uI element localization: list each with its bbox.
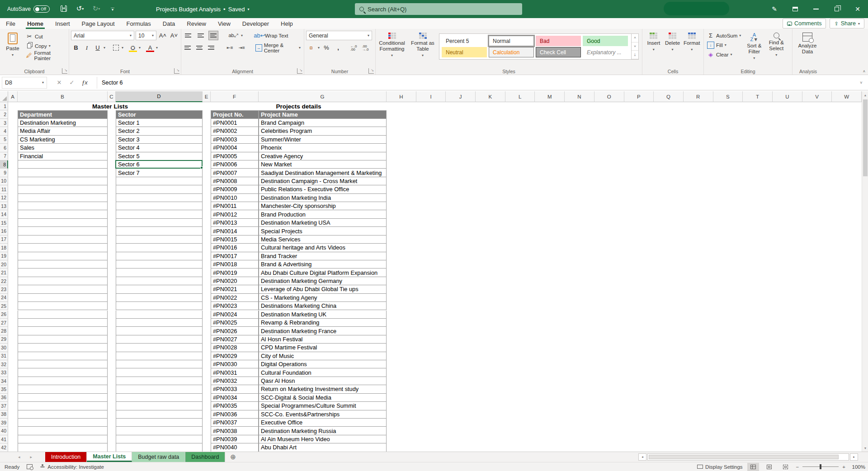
scroll-down-icon[interactable]: ▼	[862, 444, 868, 452]
cell-G9[interactable]: Saadiyat Destination Management & Market…	[259, 169, 387, 177]
row-header-20[interactable]: 20	[0, 260, 8, 268]
search-input[interactable]: Search (Alt+Q)	[355, 3, 522, 15]
cell-F28[interactable]: #PN0026	[211, 327, 259, 335]
cell-B16[interactable]	[18, 227, 108, 235]
cell-F10[interactable]: #PN0008	[211, 177, 259, 185]
cell-B10[interactable]	[18, 177, 108, 185]
cell-B23[interactable]	[18, 285, 108, 293]
cell-B29[interactable]	[18, 335, 108, 344]
cell-G40[interactable]: Destination Marketing Russia	[259, 427, 387, 435]
column-header-I[interactable]: I	[416, 91, 446, 102]
cell-B3[interactable]: Destination Marketing	[18, 119, 108, 127]
cell-G29[interactable]: Al Hosn Festival	[259, 335, 387, 344]
cell-B35[interactable]	[18, 385, 108, 393]
menu-tab-insert[interactable]: Insert	[49, 18, 76, 29]
row-header-11[interactable]: 11	[0, 185, 8, 193]
cell-D15[interactable]	[116, 219, 203, 227]
user-account-badge[interactable]	[664, 2, 729, 15]
cell-D16[interactable]	[116, 227, 203, 235]
paste-button[interactable]: Paste▾	[2, 31, 24, 66]
cell-B21[interactable]	[18, 268, 108, 277]
cell-D23[interactable]	[116, 285, 203, 293]
cell-B5[interactable]: CS Marketing	[18, 136, 108, 144]
row-header-31[interactable]: 31	[0, 352, 8, 360]
name-box[interactable]: D8▾	[2, 77, 47, 89]
cell-G5[interactable]: Summer/Winter	[259, 136, 387, 144]
cell-B32[interactable]	[18, 360, 108, 368]
autosave-toggle[interactable]: AutoSave Off	[7, 4, 50, 14]
cell-B9[interactable]	[18, 169, 108, 177]
percent-style-button[interactable]: %	[321, 43, 331, 52]
zoom-in-button[interactable]: +	[842, 464, 845, 470]
cell-D42[interactable]	[116, 443, 203, 452]
cell-G25[interactable]: Destinations Marketing China	[259, 302, 387, 310]
expand-formula-bar-button[interactable]: ˅	[854, 80, 868, 85]
cell-F7[interactable]: #PN0005	[211, 152, 259, 160]
cell-F33[interactable]: #PN0031	[211, 368, 259, 377]
cell-G35[interactable]: Return on Marketing Investment study	[259, 385, 387, 393]
column-header-W[interactable]: W	[832, 91, 862, 102]
cell-G42[interactable]: Abu Dhabi Art	[259, 443, 387, 452]
column-header-M[interactable]: M	[535, 91, 565, 102]
next-sheet-button[interactable]: ▸	[30, 455, 33, 459]
cell-F39[interactable]: #PN0037	[211, 419, 259, 427]
cell-B7[interactable]: Financial	[18, 152, 108, 160]
cell-G11[interactable]: Public Relations - Executive Office	[259, 185, 387, 193]
column-header-A[interactable]: A	[8, 91, 18, 102]
cell-G28[interactable]: Destination Marketing France	[259, 327, 387, 335]
font-dialog-launcher[interactable]: ↘	[174, 68, 179, 74]
cell-F30[interactable]: #PN0028	[211, 344, 259, 352]
cell-G30[interactable]: CPD Martime Festival	[259, 344, 387, 352]
column-header-T[interactable]: T	[743, 91, 773, 102]
cell-G14[interactable]: Brand Production	[259, 210, 387, 218]
scroll-up-icon[interactable]: ▲	[862, 91, 868, 99]
cell-F22[interactable]: #PN0020	[211, 277, 259, 285]
cell-G32[interactable]: Digital Operations	[259, 360, 387, 368]
cell-B40[interactable]	[18, 427, 108, 435]
cell-G16[interactable]: Special Projects	[259, 227, 387, 235]
save-button[interactable]	[59, 4, 69, 14]
cell-G13[interactable]: Manchester-City sponsorship	[259, 202, 387, 210]
cell-F15[interactable]: #PN0013	[211, 219, 259, 227]
scroll-right-icon[interactable]: ▸	[850, 453, 858, 461]
cell-D8[interactable]: Sector 6	[116, 160, 203, 169]
row-header-42[interactable]: 42	[0, 443, 8, 452]
row-header-36[interactable]: 36	[0, 394, 8, 402]
cell-B41[interactable]	[18, 435, 108, 443]
cell-B37[interactable]	[18, 402, 108, 410]
cell-D31[interactable]	[116, 352, 203, 360]
cell-D25[interactable]	[116, 302, 203, 310]
cell-F16[interactable]: #PN0014	[211, 227, 259, 235]
redo-button[interactable]: ↻▾	[91, 4, 101, 14]
cell-G6[interactable]: Phoenix	[259, 144, 387, 152]
row-header-34[interactable]: 34	[0, 377, 8, 385]
cell-B26[interactable]	[18, 311, 108, 319]
cell-D9[interactable]: Sector 7	[116, 169, 203, 177]
sheet-tab-master-lists[interactable]: Master Lists	[87, 452, 132, 462]
macro-record-icon[interactable]	[27, 464, 33, 469]
cell-D12[interactable]	[116, 194, 203, 202]
column-header-U[interactable]: U	[773, 91, 802, 102]
row-header-23[interactable]: 23	[0, 285, 8, 293]
cell-F3[interactable]: #PN0001	[211, 119, 259, 127]
cell-G17[interactable]: Media Services	[259, 236, 387, 244]
gallery-scroll-up[interactable]: ˄	[632, 34, 638, 42]
row-header-30[interactable]: 30	[0, 344, 8, 352]
cell-B17[interactable]	[18, 236, 108, 244]
cell-D13[interactable]	[116, 202, 203, 210]
row-header-16[interactable]: 16	[0, 227, 8, 235]
cell-G7[interactable]: Creative Agency	[259, 152, 387, 160]
cell-style-explanatory-[interactable]: Explanatory ...	[583, 47, 628, 57]
cell-D3[interactable]: Sector 1	[116, 119, 203, 127]
cell-D24[interactable]	[116, 294, 203, 302]
cell-G38[interactable]: SCC-Co. Events&Partnerships	[259, 410, 387, 419]
cell-F13[interactable]: #PN0011	[211, 202, 259, 210]
cell-B42[interactable]	[18, 443, 108, 452]
new-sheet-button[interactable]: ⊕	[225, 452, 241, 462]
ribbon-display-options-button[interactable]	[785, 0, 806, 18]
row-header-9[interactable]: 9	[0, 169, 8, 177]
column-header-H[interactable]: H	[387, 91, 416, 102]
align-right-button[interactable]	[207, 43, 216, 52]
cell-F27[interactable]: #PN0025	[211, 319, 259, 327]
row-header-33[interactable]: 33	[0, 368, 8, 377]
